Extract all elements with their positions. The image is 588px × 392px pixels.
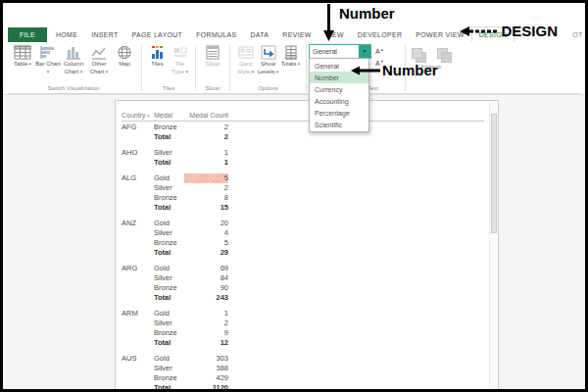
cell-country[interactable]: ARM (122, 309, 154, 318)
cell-country[interactable]: ANZ (122, 219, 154, 228)
cell-count[interactable]: 1120 (184, 383, 228, 390)
cell-count-highlighted[interactable]: 5 (184, 173, 228, 183)
cell-count[interactable]: 90 (184, 283, 228, 293)
cell-count[interactable]: 429 (184, 373, 228, 383)
column-header-country[interactable]: Country ▾ (122, 112, 154, 119)
cell-count[interactable]: 2 (184, 183, 228, 193)
cell-medal[interactable]: Bronze (154, 193, 184, 203)
tab-insert[interactable]: INSERT (84, 27, 124, 42)
cell-count[interactable]: 12 (184, 338, 228, 348)
cell-count[interactable]: 2 (184, 318, 228, 328)
slicer-button[interactable]: Slicer (200, 43, 225, 69)
table-total-row[interactable]: Total12 (122, 338, 498, 348)
cell-country[interactable] (122, 193, 154, 203)
cell-country[interactable] (122, 132, 154, 142)
cell-medal[interactable]: Total (154, 132, 184, 142)
cell-medal[interactable]: Silver (154, 273, 184, 283)
show-levels-button[interactable]: Show Levels (257, 43, 279, 76)
tab-page-layout[interactable]: PAGE LAYOUT (125, 27, 190, 42)
table-row[interactable]: Bronze5 (122, 238, 498, 248)
cell-country[interactable] (122, 338, 154, 348)
table-row[interactable]: AUSGold303 (122, 354, 498, 364)
cell-country[interactable] (122, 183, 154, 193)
cell-medal[interactable]: Bronze (154, 238, 184, 248)
cell-medal[interactable]: Total (154, 158, 184, 168)
table-row[interactable]: Silver2 (122, 183, 498, 193)
scrollbar-thumb[interactable] (491, 114, 497, 233)
tiles-button[interactable]: Tiles (146, 43, 169, 69)
combobox-dropdown-button[interactable]: ▾ (359, 45, 370, 58)
table-total-row[interactable]: Total15 (122, 203, 498, 213)
table-button[interactable]: Table (10, 43, 35, 69)
table-row[interactable]: Silver84 (122, 273, 498, 283)
cell-medal[interactable]: Total (154, 248, 184, 258)
dropdown-option-percentage[interactable]: Percentage (310, 107, 368, 119)
cell-country[interactable] (122, 238, 154, 248)
cell-medal[interactable]: Bronze (154, 373, 184, 383)
cell-country[interactable] (122, 373, 154, 383)
increase-font-button[interactable]: A▲ (375, 44, 388, 56)
cell-medal[interactable]: Total (154, 203, 184, 213)
cell-count[interactable]: 69 (184, 264, 228, 273)
tab-review[interactable]: REVIEW (275, 27, 318, 42)
bring-forward-button[interactable] (410, 46, 427, 62)
tab-developer[interactable]: DEVELOPER (351, 27, 410, 42)
map-button[interactable]: Map (112, 43, 137, 69)
cell-medal[interactable]: Bronze (154, 283, 184, 293)
cell-medal[interactable]: Silver (154, 318, 184, 328)
table-row[interactable]: AHOSilver1 (122, 148, 498, 158)
table-row[interactable]: Bronze90 (122, 283, 498, 293)
bar-chart-button[interactable]: Bar Chart (35, 43, 61, 76)
cell-country[interactable]: AUS (122, 354, 154, 364)
cell-country[interactable] (122, 248, 154, 258)
table-row[interactable]: Bronze8 (122, 193, 498, 203)
tab-home[interactable]: HOME (49, 27, 84, 42)
cell-count[interactable]: 1 (184, 309, 228, 318)
cell-medal[interactable]: Bronze (154, 122, 184, 132)
table-total-row[interactable]: Total2 (122, 132, 498, 142)
cell-country[interactable] (122, 318, 154, 328)
cell-count[interactable]: 15 (184, 203, 228, 213)
tab-formulas[interactable]: FORMULAS (189, 27, 243, 42)
table-row[interactable]: ARGGold69 (122, 264, 498, 273)
tab-data[interactable]: DATA (244, 27, 276, 42)
column-header-medal[interactable]: Medal (154, 112, 184, 119)
cell-medal[interactable]: Silver (154, 148, 184, 158)
cell-country[interactable] (122, 273, 154, 283)
cell-medal[interactable]: Total (154, 383, 184, 390)
cell-country[interactable] (122, 383, 154, 390)
tile-type-button[interactable]: Tile Type (169, 43, 191, 76)
cell-count[interactable]: 4 (184, 228, 228, 238)
cell-country[interactable] (122, 283, 154, 293)
send-backward-button[interactable] (435, 46, 453, 62)
cell-medal[interactable]: Silver (154, 228, 184, 238)
dropdown-option-accounting[interactable]: Accounting (310, 95, 368, 107)
cell-count[interactable]: 84 (184, 273, 228, 283)
cell-count[interactable]: 29 (184, 248, 228, 258)
table-row[interactable]: Silver388 (122, 364, 498, 373)
column-header-medal-count[interactable]: Medal Count (184, 112, 228, 119)
cell-medal[interactable]: Silver (154, 364, 184, 373)
cell-medal[interactable]: Bronze (154, 328, 184, 338)
cell-count[interactable]: 2 (184, 132, 228, 142)
cell-medal[interactable]: Total (154, 293, 184, 303)
table-total-row[interactable]: Total29 (122, 248, 498, 258)
cell-country[interactable] (122, 228, 154, 238)
table-row[interactable]: Bronze429 (122, 373, 498, 383)
tab-ot[interactable]: OT (565, 27, 588, 42)
cell-medal[interactable]: Gold (154, 354, 184, 364)
cell-country[interactable] (122, 158, 154, 168)
cell-country[interactable] (122, 328, 154, 338)
cell-medal[interactable]: Gold (154, 309, 184, 318)
table-total-row[interactable]: Total1 (122, 158, 498, 168)
cell-medal[interactable]: Total (154, 338, 184, 348)
table-total-row[interactable]: Total1120 (122, 383, 498, 390)
cell-count[interactable]: 1 (184, 158, 228, 168)
vertical-scrollbar[interactable] (489, 102, 497, 388)
cell-count[interactable]: 9 (184, 328, 228, 338)
cell-medal[interactable]: Gold (154, 264, 184, 273)
table-total-row[interactable]: Total243 (122, 293, 498, 303)
dropdown-option-scientific[interactable]: Scientific (310, 119, 368, 130)
other-chart-button[interactable]: Other Chart (86, 43, 112, 76)
tab-file[interactable]: FILE (8, 27, 47, 42)
